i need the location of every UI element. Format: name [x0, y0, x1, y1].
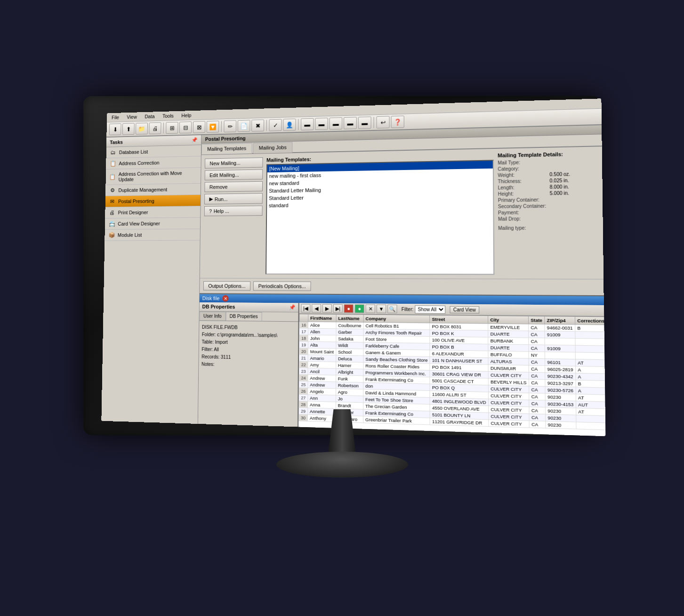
tab-mailing-jobs[interactable]: Mailing Jobs — [253, 142, 292, 154]
db-props-content: DISK FILE.FWDB Folder: c:\programdata\rm… — [199, 321, 298, 373]
cell-state: CA — [529, 400, 545, 407]
col-state[interactable]: State — [528, 316, 545, 324]
edit-mailing-btn[interactable]: Edit Mailing... — [204, 169, 263, 180]
cell-firstname: Andrew — [307, 381, 335, 389]
toolbar-btn-filter[interactable]: 🔽 — [206, 121, 219, 133]
card-view-btn[interactable]: Card View — [450, 306, 479, 313]
cell-corrections: B — [575, 380, 605, 388]
toolbar-btn-grid[interactable]: ⊠ — [193, 121, 205, 133]
new-mailing-btn[interactable]: New Mailing... — [204, 157, 263, 169]
sidebar-item-module[interactable]: 📦 Module List — [105, 229, 200, 241]
toolbar-separator-1 — [163, 123, 163, 134]
menu-file[interactable]: File — [110, 114, 121, 121]
col-lastname[interactable]: LastName — [336, 315, 363, 323]
sidebar-pin[interactable]: 📌 — [191, 137, 197, 143]
toolbar-btn-edit[interactable]: ✏ — [224, 120, 236, 132]
db-prev-btn[interactable]: ◀ — [312, 304, 321, 313]
col-zip[interactable]: ZIP/Zip4 — [544, 316, 575, 324]
cell-lastname: Sadaka — [336, 335, 363, 342]
toolbar-btn-doc[interactable]: 📄 — [237, 120, 250, 132]
menu-help[interactable]: Help — [180, 112, 193, 119]
cell-company: Greenbriar Trailer Park — [363, 416, 430, 424]
cell-firstname: John — [308, 335, 336, 342]
sidebar-item-address-label: Address Correction — [119, 160, 159, 166]
row-num: 21 — [299, 355, 308, 361]
help-btn[interactable]: ? Help ... — [204, 205, 262, 216]
tab-mailing-templates[interactable]: Mailing Templates — [201, 143, 252, 155]
row-num: 23 — [299, 368, 308, 374]
periodicals-options-btn[interactable]: Periodicals Options... — [253, 281, 311, 291]
toolbar-btn-bar5[interactable]: ▬ — [358, 116, 371, 129]
toolbar-btn-folder[interactable]: 📁 — [136, 123, 148, 135]
toolbar-btn-x[interactable]: ✖ — [251, 120, 264, 132]
toolbar-btn-bar3[interactable]: ▬ — [329, 117, 342, 130]
db-last-btn[interactable]: ▶| — [333, 304, 342, 313]
cell-state: CA — [528, 358, 545, 365]
col-corrections[interactable]: Corrections — [575, 316, 605, 325]
db-first-btn[interactable]: |◀ — [301, 304, 310, 313]
db-edit-btn[interactable]: ● — [354, 304, 364, 313]
sidebar-item-duplicate-label: Duplicate Management — [118, 187, 167, 193]
sidebar-item-postal[interactable]: ✉ Postal Presorting — [105, 195, 200, 207]
toolbar-btn-user[interactable]: 👤 — [283, 119, 296, 131]
toolbar-btn-table1[interactable]: ⊞ — [166, 122, 178, 134]
sidebar-item-address-move[interactable]: 📋 Address Correction with Move Update — [105, 168, 201, 185]
col-street[interactable]: Street — [429, 315, 488, 324]
toolbar-btn-bar1[interactable]: ▬ — [301, 118, 314, 130]
toolbar-btn-down[interactable]: ⬇ — [109, 123, 121, 135]
cell-corrections: AT — [576, 394, 605, 402]
cell-corrections: A — [575, 366, 605, 373]
cell-lastname: Wildt — [336, 342, 363, 349]
menu-view[interactable]: View — [125, 113, 138, 120]
filter-label: Filter: — [401, 307, 413, 312]
row-num: 28 — [298, 401, 307, 408]
toolbar-btn-print[interactable]: 🖨 — [149, 122, 161, 134]
toolbar-btn-help[interactable]: ❓ — [391, 115, 404, 128]
cell-state: CA — [528, 338, 545, 345]
toolbar-btn-check[interactable]: ✓ — [269, 119, 282, 131]
col-num — [299, 314, 308, 322]
toolbar-btn-up[interactable]: ⬆ — [122, 123, 134, 135]
col-firstname[interactable]: FirstName — [308, 314, 336, 322]
menu-tools[interactable]: Tools — [161, 113, 175, 119]
templates-list[interactable]: [New Mailing] new mailing - first class … — [266, 160, 494, 275]
sidebar-item-print[interactable]: 🖨 Print Designer — [105, 206, 200, 219]
database-icon: 🗂 — [109, 149, 116, 156]
toolbar-btn-undo[interactable]: ↩ — [376, 116, 389, 128]
cell-city: DUARTE — [488, 344, 528, 352]
cell-lastname: Garber — [336, 329, 363, 336]
templates-center: Mailing Templates: [New Mailing] new mai… — [266, 153, 494, 275]
cell-lastname: Jo — [336, 395, 363, 403]
cell-corrections — [575, 352, 605, 360]
col-city[interactable]: City — [488, 316, 528, 324]
cell-zip: 90230-5726 — [545, 386, 576, 394]
cell-state: CA — [528, 331, 545, 338]
db-search-btn[interactable]: 🔍 — [387, 305, 397, 313]
db-add-btn[interactable]: ● — [344, 304, 353, 313]
filter-select[interactable]: Show All — [415, 305, 445, 314]
cell-state: CA — [528, 324, 545, 331]
db-props-tab-user[interactable]: User Info — [199, 312, 225, 321]
cell-corrections: A — [575, 387, 605, 395]
sidebar-item-duplicate[interactable]: ⚙ Duplicate Management — [105, 184, 201, 196]
toolbar-separator-2 — [221, 121, 221, 132]
toolbar-btn-table2[interactable]: ⊟ — [179, 122, 191, 133]
remove-btn[interactable]: Remove — [204, 181, 263, 192]
toolbar-btn-bar4[interactable]: ▬ — [344, 117, 357, 129]
db-sort-btn[interactable]: ▼ — [376, 305, 386, 313]
db-props-pin[interactable]: 📌 — [289, 304, 296, 310]
detail-category-label: Category: — [498, 166, 547, 172]
sidebar-item-card-view[interactable]: 📇 Card View Designer — [105, 218, 200, 230]
run-btn[interactable]: ▶ Run... — [204, 193, 263, 204]
menu-data[interactable]: Data — [143, 113, 156, 120]
toolbar-btn-bar2[interactable]: ▬ — [315, 118, 328, 130]
main-content: Tasks 📌 🗂 Database List 📋 Address Correc… — [101, 125, 605, 436]
cell-state: CA — [529, 372, 545, 379]
db-close-btn[interactable]: ✕ — [222, 295, 228, 302]
output-options-btn[interactable]: Output Options... — [203, 281, 250, 291]
db-props-tab-db[interactable]: DB Properties — [225, 312, 262, 321]
db-del-btn[interactable]: ✕ — [365, 305, 375, 313]
print-icon: 🖨 — [108, 210, 115, 216]
db-next-btn[interactable]: ▶ — [322, 304, 331, 313]
col-company[interactable]: Company — [363, 315, 429, 323]
